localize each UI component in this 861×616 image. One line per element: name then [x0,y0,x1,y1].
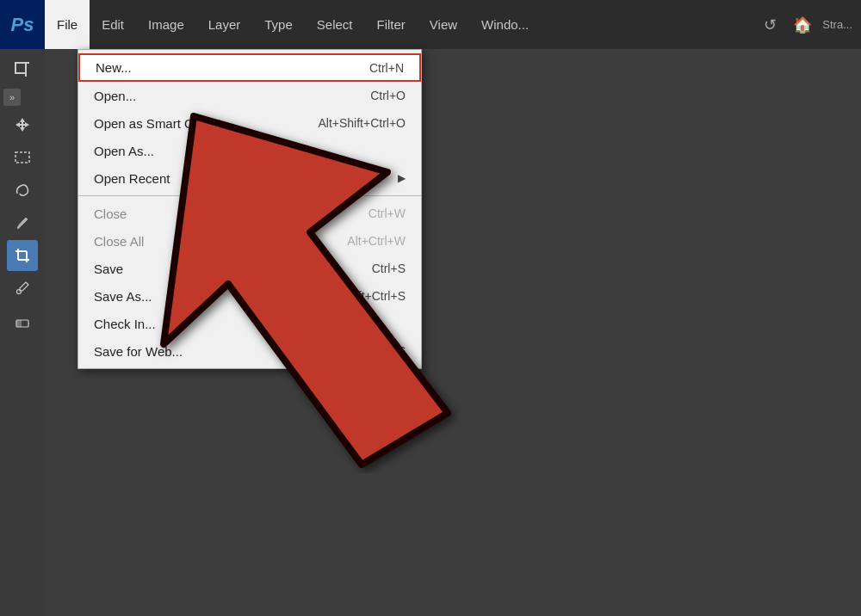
menubar: Ps File Edit Image Layer Type Select Fil… [0,0,861,49]
menu-item-type[interactable]: Type [252,0,305,49]
menu-check-in-label: Check In... [94,317,371,331]
svg-rect-0 [15,63,26,73]
tools-panel: » [0,49,45,616]
ps-logo: Ps [0,0,45,49]
marquee-tool[interactable] [7,142,38,173]
toolbar-right: ↺ 🏠 Stra... [757,12,861,38]
menu-open-as[interactable]: Open As... [78,137,421,164]
svg-point-10 [17,290,22,294]
menu-save-web-shortcut: Alt+Shift+Ctrl+S [319,344,406,358]
menu-new-label: New... [96,60,335,75]
menu-save[interactable]: Save Ctrl+S [78,255,421,282]
menu-open-smart-label: Open as Smart Object... [94,116,283,131]
menu-separator-1 [78,195,421,196]
bridge-icon[interactable]: 🏠 [790,12,815,38]
menu-item-filter[interactable]: Filter [365,0,418,49]
menu-save-as-label: Save As... [94,289,307,304]
menu-item-file[interactable]: File [45,0,90,49]
menu-item-edit[interactable]: Edit [90,0,136,49]
menu-item-window[interactable]: Windo... [469,0,541,49]
ps-logo-text: Ps [11,14,34,36]
menu-open-label: Open... [94,89,336,103]
menu-close-all[interactable]: Close All Alt+Ctrl+W [78,227,421,255]
file-dropdown-menu: New... Ctrl+N Open... Ctrl+O Open as Sma… [77,49,422,369]
stra-label: Stra... [822,18,852,31]
menu-save-label: Save [94,262,338,276]
menu-item-select[interactable]: Select [305,0,365,49]
menu-close-all-label: Close All [94,234,313,249]
menu-item-image[interactable]: Image [136,0,196,49]
rotate-icon[interactable]: ↺ [757,12,783,38]
menu-item-layer[interactable]: Layer [196,0,253,49]
submenu-arrow-icon: ▶ [398,172,406,184]
menu-check-in[interactable]: Check In... [78,310,421,337]
menu-open-recent[interactable]: Open Recent ▶ [78,164,421,192]
lasso-tool[interactable] [7,175,38,206]
menu-save-shortcut: Ctrl+S [372,262,406,275]
menu-save-as-shortcut: Shift+Ctrl+S [341,289,406,303]
eraser-tool[interactable] [7,305,38,336]
menu-close[interactable]: Close Ctrl+W [78,200,421,227]
menu-close-shortcut: Ctrl+W [369,206,406,220]
menu-close-label: Close [94,206,334,221]
menu-items: File Edit Image Layer Type Select Filter… [45,0,757,49]
crop-tool-top[interactable] [7,54,38,85]
svg-rect-12 [16,320,22,327]
menu-close-all-shortcut: Alt+Ctrl+W [347,234,406,248]
svg-rect-5 [15,152,29,163]
brush-tool[interactable] [7,207,38,238]
menu-open-as-label: Open As... [94,144,371,158]
menu-open[interactable]: Open... Ctrl+O [78,82,421,109]
expand-button[interactable]: » [3,89,21,106]
menu-open-recent-label: Open Recent [94,171,398,186]
menu-save-web[interactable]: Save for Web... Alt+Shift+Ctrl+S [78,337,421,365]
menu-new-shortcut: Ctrl+N [369,61,404,75]
crop-tool-active[interactable] [7,240,38,271]
menu-open-shortcut: Ctrl+O [370,89,406,102]
menu-open-smart[interactable]: Open as Smart Object... Alt+Shift+Ctrl+O [78,109,421,137]
menu-save-as[interactable]: Save As... Shift+Ctrl+S [78,282,421,310]
menu-item-view[interactable]: View [418,0,469,49]
menu-new[interactable]: New... Ctrl+N [78,53,421,82]
menu-open-smart-shortcut: Alt+Shift+Ctrl+O [318,116,406,130]
move-tool[interactable] [7,109,38,140]
eyedropper-tool[interactable] [7,273,38,304]
menu-save-web-label: Save for Web... [94,344,285,359]
